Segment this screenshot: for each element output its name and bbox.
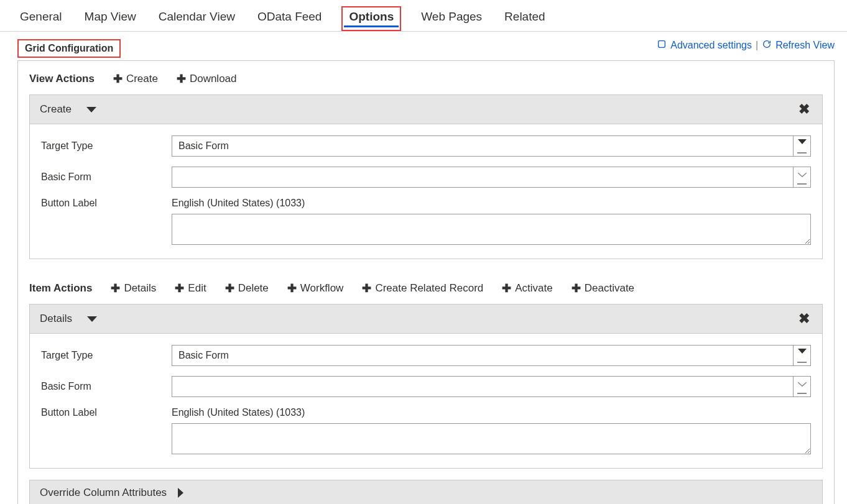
add-create-related-button[interactable]: ✚ Create Related Record: [362, 282, 483, 295]
button-label-input[interactable]: [172, 423, 811, 454]
tab-options[interactable]: Options: [341, 6, 401, 31]
basic-form-lookup[interactable]: [172, 167, 811, 188]
target-type-label: Target Type: [41, 140, 172, 152]
create-panel-close[interactable]: ✖: [796, 101, 812, 117]
button-label-input[interactable]: [172, 214, 811, 245]
refresh-icon: [762, 39, 772, 52]
add-create-button[interactable]: ✚ Create: [113, 72, 158, 86]
add-workflow-label: Workflow: [300, 282, 344, 295]
plus-icon: ✚: [225, 282, 234, 295]
plus-icon: ✚: [177, 72, 186, 86]
add-create-related-label: Create Related Record: [375, 282, 483, 295]
add-create-label: Create: [126, 73, 158, 85]
plus-icon: ✚: [175, 282, 184, 295]
grid-configuration-title: Grid Configuration: [17, 39, 121, 58]
add-activate-label: Activate: [515, 282, 552, 295]
item-actions-title: Item Actions: [29, 282, 92, 295]
tab-general[interactable]: General: [17, 6, 65, 31]
chevron-down-icon: [87, 316, 97, 322]
override-title: Override Column Attributes: [40, 487, 167, 499]
dropdown-arrow-icon[interactable]: [793, 346, 810, 365]
lookup-arrow-icon[interactable]: [793, 167, 810, 187]
button-label-label: Button Label: [41, 198, 172, 209]
create-panel-title: Create: [40, 103, 72, 116]
square-icon: [657, 39, 667, 52]
refresh-view-link[interactable]: Refresh View: [762, 39, 835, 52]
tab-related[interactable]: Related: [502, 6, 548, 31]
add-details-label: Details: [124, 282, 156, 295]
target-type-value: Basic Form: [172, 136, 793, 156]
target-type-select[interactable]: Basic Form: [172, 345, 811, 366]
add-details-button[interactable]: ✚ Details: [111, 282, 156, 295]
advanced-settings-link[interactable]: Advanced settings: [657, 39, 752, 52]
override-column-attributes-toggle[interactable]: Override Column Attributes: [30, 480, 822, 504]
add-download-button[interactable]: ✚ Download: [177, 72, 237, 86]
button-label-label: Button Label: [41, 407, 172, 418]
add-delete-label: Delete: [238, 282, 269, 295]
tab-bar: General Map View Calendar View OData Fee…: [0, 0, 847, 32]
svg-rect-0: [659, 41, 665, 48]
target-type-label: Target Type: [41, 350, 172, 361]
tab-web-pages[interactable]: Web Pages: [419, 6, 484, 31]
target-type-value: Basic Form: [172, 346, 793, 365]
add-edit-label: Edit: [188, 282, 206, 295]
add-edit-button[interactable]: ✚ Edit: [175, 282, 206, 295]
override-column-attributes-panel: Override Column Attributes: [29, 480, 823, 504]
view-actions-title: View Actions: [29, 73, 95, 85]
grid-configuration-panel: View Actions ✚ Create ✚ Download Create …: [17, 60, 835, 504]
basic-form-value: [172, 167, 793, 187]
add-deactivate-button[interactable]: ✚ Deactivate: [572, 282, 634, 295]
add-deactivate-label: Deactivate: [585, 282, 634, 295]
plus-icon: ✚: [572, 282, 581, 295]
details-panel-title: Details: [40, 313, 72, 325]
tab-map-view[interactable]: Map View: [82, 6, 139, 31]
lookup-arrow-icon[interactable]: [793, 377, 810, 396]
refresh-view-label: Refresh View: [775, 40, 835, 51]
add-delete-button[interactable]: ✚ Delete: [225, 282, 269, 295]
plus-icon: ✚: [362, 282, 371, 295]
dropdown-arrow-icon[interactable]: [793, 136, 810, 156]
top-right-links: Advanced settings | Refresh View: [657, 39, 835, 52]
item-actions-details-panel: Details ✖ Target Type Basic Form B: [29, 304, 823, 469]
basic-form-label: Basic Form: [41, 172, 172, 183]
view-actions-header: View Actions ✚ Create ✚ Download: [18, 61, 834, 94]
tab-odata-feed[interactable]: OData Feed: [255, 6, 325, 31]
chevron-down-icon: [86, 107, 96, 112]
create-panel-toggle[interactable]: Create: [40, 103, 96, 116]
button-label-language: English (United States) (1033): [172, 198, 811, 209]
item-actions-header: Item Actions ✚ Details ✚ Edit ✚ Delete ✚…: [18, 270, 834, 304]
plus-icon: ✚: [287, 282, 297, 295]
plus-icon: ✚: [502, 282, 511, 295]
add-download-label: Download: [190, 73, 237, 85]
basic-form-value: [172, 377, 793, 396]
divider: |: [756, 40, 758, 51]
plus-icon: ✚: [113, 72, 123, 86]
target-type-select[interactable]: Basic Form: [172, 135, 811, 157]
details-panel-close[interactable]: ✖: [796, 311, 812, 327]
view-actions-create-panel: Create ✖ Target Type Basic Form Ba: [29, 94, 823, 259]
basic-form-lookup[interactable]: [172, 376, 811, 397]
plus-icon: ✚: [111, 282, 120, 295]
tab-calendar-view[interactable]: Calendar View: [156, 6, 238, 31]
add-activate-button[interactable]: ✚ Activate: [502, 282, 552, 295]
advanced-settings-label: Advanced settings: [670, 40, 752, 51]
add-workflow-button[interactable]: ✚ Workflow: [287, 282, 344, 295]
button-label-language: English (United States) (1033): [172, 407, 811, 418]
chevron-right-icon: [178, 488, 183, 498]
details-panel-toggle[interactable]: Details: [40, 313, 97, 325]
basic-form-label: Basic Form: [41, 381, 172, 392]
